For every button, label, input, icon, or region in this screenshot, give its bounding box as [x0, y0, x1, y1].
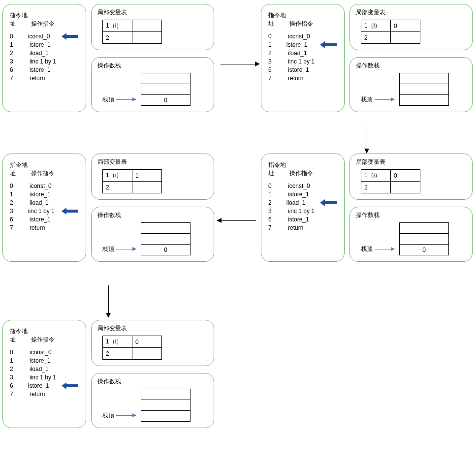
table-row: 1（i） [103, 20, 162, 32]
operand-stack-panel: 操作数栈栈顶0 [91, 57, 214, 112]
instruction-row: 3iinc 1 by 1 [268, 207, 336, 215]
state-right-column: 局部变量表1（i）02操作数栈栈顶0 [349, 154, 473, 262]
stack-top-label: 栈顶 [102, 245, 138, 253]
local-var-table: 1（i）02 [361, 20, 420, 44]
stack-area: 栈顶 [102, 389, 208, 422]
state-right-column: 局部变量表1（i）12操作数栈栈顶0 [91, 154, 214, 262]
stack-area: 栈顶0 [361, 222, 466, 255]
table-row: 1（i）0 [361, 170, 420, 182]
stack-top-arrow-icon [116, 249, 136, 249]
table-row [400, 95, 449, 106]
instruction-row: 0iconst_0 [268, 182, 336, 190]
table-cell: 2 [103, 348, 132, 360]
instruction-header: 指令地址 操作指令 [10, 327, 78, 344]
table-cell: 2 [103, 32, 132, 44]
addr-header: 指令地址 [10, 11, 30, 28]
stack-top-label: 栈顶 [361, 95, 396, 104]
operand-stack-title: 操作数栈 [356, 211, 466, 219]
instruction-text: iconst_0 [30, 183, 64, 189]
instruction-text: iconst_0 [288, 183, 322, 189]
instruction-addr: 6 [10, 66, 30, 73]
addr-header: 指令地址 [10, 327, 30, 344]
instruction-text: iinc 1 by 1 [30, 374, 64, 381]
operand-stack-panel: 操作数栈栈顶 [91, 373, 214, 428]
state-2: 指令地址 操作指令0iconst_01istore_12iload_13iinc… [261, 154, 473, 262]
instruction-text: iload_1 [30, 199, 64, 206]
instruction-addr: 3 [10, 374, 30, 381]
instruction-addr: 2 [268, 199, 286, 206]
instruction-text: return [30, 75, 64, 82]
instruction-addr: 1 [10, 191, 30, 198]
instruction-addr: 2 [10, 50, 30, 57]
table-cell [141, 84, 190, 95]
operand-stack-panel: 操作数栈栈顶0 [91, 207, 214, 262]
operand-stack-title: 操作数栈 [356, 62, 466, 70]
instruction-row: 2iload_1 [268, 198, 336, 207]
instruction-text: iconst_0 [28, 33, 60, 40]
instruction-row: 3iinc 1 by 1 [10, 57, 78, 65]
instruction-addr: 1 [10, 41, 30, 48]
stack-area: 栈顶 [361, 73, 466, 106]
table-cell: 1 [132, 170, 162, 182]
addr-header: 指令地址 [268, 11, 288, 28]
instruction-row: 3iinc 1 by 1 [10, 207, 78, 215]
instr-header: 操作指令 [31, 20, 55, 28]
stack-top-text: 栈顶 [102, 411, 114, 420]
instruction-text: istore_1 [30, 191, 64, 198]
table-row [141, 73, 190, 84]
operand-stack-table: 0 [141, 222, 190, 255]
table-row [141, 400, 190, 411]
table-row [141, 389, 190, 400]
table-row [400, 223, 449, 234]
instruction-panel: 指令地址 操作指令0iconst_01istore_12iload_13iinc… [2, 320, 86, 428]
local-var-title: 局部变量表 [356, 8, 466, 17]
instruction-addr: 2 [10, 199, 30, 206]
table-cell: 0 [141, 95, 190, 106]
instruction-row: 1istore_1 [10, 356, 78, 365]
instruction-row: 7return [10, 74, 78, 82]
table-cell [391, 32, 420, 44]
state-3: 指令地址 操作指令0iconst_01istore_12iload_13iinc… [2, 154, 214, 262]
table-row: 0 [141, 95, 190, 106]
stack-top-label: 栈顶 [102, 95, 138, 104]
instruction-row: 0iconst_0 [10, 182, 78, 190]
table-cell: 0 [391, 20, 420, 32]
table-row: 1（i）0 [361, 20, 420, 32]
instr-header: 操作指令 [31, 336, 55, 344]
table-row [400, 84, 449, 95]
instruction-addr: 0 [268, 183, 288, 189]
instruction-panel: 指令地址 操作指令0iconst_01istore_12iload_13iinc… [261, 154, 345, 262]
addr-header: 指令地址 [10, 161, 30, 178]
table-cell [400, 234, 449, 245]
table-cell [400, 73, 449, 84]
table-cell: 2 [361, 32, 391, 44]
instruction-text: return [288, 75, 322, 82]
instr-header: 操作指令 [289, 20, 313, 28]
table-row [400, 234, 449, 245]
instruction-row: 7return [268, 74, 336, 82]
table-cell [141, 400, 190, 411]
instr-header: 操作指令 [289, 169, 313, 178]
instruction-row: 6istore_1 [268, 215, 336, 223]
local-var-title: 局部变量表 [97, 324, 208, 333]
current-instruction-arrow-icon [62, 34, 78, 39]
instruction-row: 6istore_1 [10, 215, 78, 223]
table-row: 2 [361, 32, 420, 44]
state-right-column: 局部变量表1（i）02操作数栈栈顶 [91, 320, 214, 428]
instruction-row: 7return [10, 390, 78, 398]
instruction-text: istore_1 [288, 191, 322, 198]
instruction-row: 7return [10, 223, 78, 232]
operand-stack-title: 操作数栈 [97, 62, 208, 70]
instruction-header: 指令地址 操作指令 [10, 11, 78, 28]
operand-stack-title: 操作数栈 [97, 377, 208, 386]
state-4: 指令地址 操作指令0iconst_01istore_12iload_13iinc… [2, 320, 214, 428]
instruction-row: 2iload_1 [10, 49, 78, 57]
stack-top-text: 栈顶 [102, 245, 114, 253]
instruction-row: 1istore_1 [10, 40, 78, 49]
local-var-panel: 局部变量表1（i）02 [349, 154, 473, 200]
state-1: 指令地址 操作指令0iconst_01istore_12iload_13iinc… [261, 4, 473, 112]
table-row [141, 411, 190, 422]
instruction-text: istore_1 [288, 216, 322, 223]
table-row: 0 [400, 245, 449, 255]
stack-area: 栈顶0 [102, 73, 208, 106]
